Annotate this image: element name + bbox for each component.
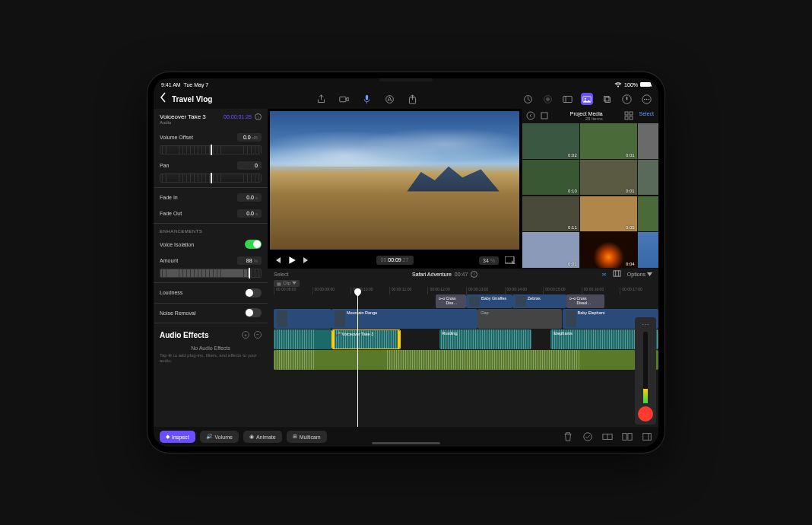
volume-tab[interactable]: 🔊 Volume	[200, 431, 239, 443]
amount-value[interactable]: 88%	[237, 256, 262, 265]
viewer-canvas[interactable]	[270, 111, 519, 250]
amount-slider[interactable]	[160, 269, 262, 278]
browser-title: Project Media	[570, 111, 603, 116]
svg-rect-25	[614, 271, 620, 276]
audio-meter	[643, 332, 648, 403]
layout-icon[interactable]	[622, 431, 633, 442]
pan-slider[interactable]	[160, 173, 262, 183]
media-thumb[interactable]: 0:01	[580, 123, 637, 159]
clip-rustling[interactable]: Rustling	[439, 329, 531, 349]
media-thumb[interactable]: 0:11	[522, 196, 579, 232]
text-icon[interactable]	[384, 93, 396, 105]
home-indicator[interactable]	[372, 442, 440, 444]
history-icon[interactable]	[522, 93, 534, 105]
clip-gap[interactable]: Gap	[477, 309, 562, 329]
add-effect-button[interactable]: +	[242, 331, 249, 339]
project-title: Travel Vlog	[172, 95, 212, 103]
media-thumb[interactable]: 0:01	[522, 232, 579, 268]
media-thumb[interactable]: 0:07	[638, 232, 658, 268]
viewer-timecode[interactable]: 00:00:09:27	[376, 256, 414, 265]
fade-in-value[interactable]: 0.0s	[237, 193, 262, 202]
timeline-snap-icon[interactable]	[613, 269, 621, 278]
export-icon[interactable]	[407, 93, 419, 105]
media-thumb[interactable]: 0:04	[638, 123, 658, 159]
clip-audio-prev[interactable]	[274, 329, 331, 349]
voice-isolation-toggle[interactable]	[245, 240, 262, 249]
content-area: 00:00:09:27 34 % Project Media 28 Items …	[268, 109, 658, 427]
sidebar-icon[interactable]	[561, 93, 573, 105]
play-button[interactable]	[287, 256, 297, 266]
timeline-options-button[interactable]: Options	[627, 272, 652, 277]
clip-music[interactable]	[274, 350, 658, 370]
record-icon[interactable]	[541, 93, 553, 105]
delete-icon[interactable]	[563, 431, 573, 442]
clip-mountain-range[interactable]: Mountain Range	[331, 309, 477, 329]
animate-tab[interactable]: ◉ Animate	[243, 431, 282, 443]
media-thumb[interactable]: 0:02	[522, 123, 579, 159]
browser-grid: 0:020:010:040:100:010:040:110:050:090:01…	[522, 123, 658, 269]
media-thumb[interactable]: 0:09	[638, 196, 658, 232]
clip-baby-giraffes[interactable]: Baby Giraffes	[466, 294, 512, 308]
more-icon[interactable]	[640, 93, 652, 105]
browser-select-button[interactable]: Select	[639, 111, 654, 121]
record-menu-icon[interactable]: ⋯	[642, 320, 649, 329]
media-thumb[interactable]: 0:04	[638, 160, 658, 196]
clip-primary-prev[interactable]	[274, 309, 331, 329]
volume-slider[interactable]	[160, 145, 262, 154]
no-effects-help: Tap ⊕ to add plug-ins, filters, and effe…	[160, 353, 262, 365]
svg-rect-0	[340, 97, 346, 102]
timeline-ruler[interactable]: 00:00:08:0000:00:09:0000:00:10:0000:00:1…	[268, 287, 658, 294]
inspector-clip-header: Voiceover Take 3 Audio 00:00:01:28 i	[154, 109, 268, 129]
media-thumb[interactable]: 0:10	[522, 160, 579, 196]
media-thumb[interactable]: 0:01	[580, 160, 637, 196]
multicam-tab[interactable]: ⊞ Multicam	[287, 431, 327, 443]
media-thumb[interactable]: 0:05	[580, 196, 637, 232]
amount-row: Amount 88%	[154, 253, 268, 269]
approve-icon[interactable]	[582, 431, 593, 442]
battery-pct: 100%	[624, 82, 638, 88]
camera-icon[interactable]	[338, 93, 350, 105]
layers-icon[interactable]	[601, 93, 613, 105]
back-button[interactable]	[160, 92, 167, 106]
svg-rect-20	[541, 113, 547, 119]
noise-removal-toggle[interactable]	[245, 308, 262, 317]
svg-rect-29	[628, 434, 632, 441]
timeline-link-icon[interactable]: ⫘	[601, 272, 607, 277]
pan-value[interactable]: 0	[237, 161, 262, 170]
clip-voiceover-selected[interactable]: 🎤 Voiceover Take 3	[331, 329, 401, 349]
viewer-controls: 00:00:09:27 34 %	[268, 252, 522, 269]
zoom-value[interactable]: 34 %	[479, 256, 499, 265]
info-icon[interactable]: i	[255, 113, 262, 120]
svg-rect-7	[563, 96, 571, 102]
record-button[interactable]	[638, 406, 653, 422]
clip-transition[interactable]: ⊳⊲ Cross Diss…	[436, 294, 466, 308]
audio-effects-title: Audio Effects	[160, 331, 208, 339]
next-frame-button[interactable]	[303, 256, 310, 265]
fade-out-value[interactable]: 0.0s	[237, 209, 262, 218]
share-icon[interactable]	[316, 93, 328, 105]
browser-filter-icon[interactable]	[540, 111, 549, 121]
viewer-display-button[interactable]	[505, 256, 515, 265]
pan-row: Pan 0	[154, 158, 268, 173]
mic-icon[interactable]	[361, 93, 373, 105]
expand-icon[interactable]	[642, 431, 652, 442]
browser-icon[interactable]	[581, 93, 593, 105]
timeline-tracks[interactable]: ⊳⊲ Cross Diss… Baby Giraffes Zebras ⊳⊲ C…	[268, 294, 658, 427]
svg-rect-24	[630, 116, 633, 119]
audio-meter-icon[interactable]	[620, 93, 633, 105]
clip-type-tag[interactable]: ▦ Clip	[274, 280, 300, 287]
volume-value[interactable]: 0.0dB	[237, 133, 262, 142]
media-thumb[interactable]: 0:04	[580, 232, 637, 268]
split-icon[interactable]	[602, 431, 613, 442]
enhancements-label: ENHANCEMENTS	[154, 224, 268, 236]
loudness-toggle[interactable]	[245, 288, 262, 298]
browser-grid-icon[interactable]	[624, 111, 633, 121]
prev-frame-button[interactable]	[274, 256, 281, 265]
browser-back-icon[interactable]	[526, 111, 535, 121]
clip-transition-2[interactable]: ⊳⊲ Cross Dissol…	[566, 294, 605, 308]
inspect-tab[interactable]: ◆ Inspect	[160, 431, 195, 443]
timeline-info-icon[interactable]: i	[471, 271, 477, 278]
playhead[interactable]	[357, 294, 358, 427]
clip-zebras[interactable]: Zebras	[512, 294, 566, 308]
remove-effect-button[interactable]: −	[254, 331, 262, 339]
